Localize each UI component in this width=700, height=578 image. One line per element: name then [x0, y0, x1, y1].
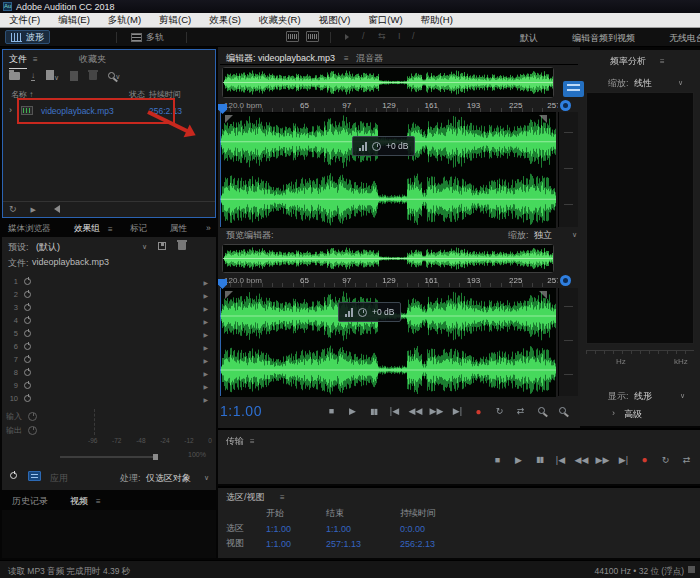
show-waveform-icon[interactable] [286, 31, 299, 42]
import-file-icon[interactable] [31, 72, 35, 81]
move-tool-icon[interactable] [345, 34, 349, 40]
effect-slot[interactable]: 7 [2, 353, 216, 366]
rack-power-icon[interactable] [10, 472, 17, 479]
power-icon[interactable] [24, 317, 31, 324]
menu-item[interactable]: 帮助(H) [412, 14, 462, 27]
effect-slot[interactable]: 8 [2, 366, 216, 379]
expander-icon[interactable] [9, 105, 12, 115]
record-button[interactable]: ● [471, 406, 486, 417]
rack-routing-icon[interactable] [28, 471, 41, 481]
new-file-icon[interactable] [46, 70, 59, 82]
pause-button[interactable]: ▮▮ [366, 407, 381, 416]
knob-icon[interactable] [28, 426, 37, 435]
tab-properties[interactable]: 属性 [170, 223, 187, 235]
effect-slot[interactable]: 10 [2, 392, 216, 405]
main-waveform[interactable] [220, 112, 556, 227]
volume-hud[interactable]: +0 dB [352, 136, 415, 156]
panel-menu-icon[interactable] [33, 54, 38, 64]
skip-to-start-button[interactable]: |◀ [553, 455, 568, 465]
slot-arrow-icon[interactable] [203, 342, 208, 352]
selection-handle-left[interactable] [225, 291, 233, 299]
effect-slot[interactable]: 2 [2, 288, 216, 301]
zoom-out-button[interactable] [555, 406, 570, 416]
menu-item[interactable]: 文件(F) [0, 14, 49, 27]
trash-icon[interactable] [89, 72, 97, 80]
effect-slot[interactable]: 1 [2, 275, 216, 288]
slot-arrow-icon[interactable] [203, 381, 208, 391]
panel-menu-icon[interactable] [96, 496, 101, 506]
effect-slot[interactable]: 4 [2, 314, 216, 327]
skip-selection-button[interactable]: ⇄ [679, 455, 694, 465]
workspace-button[interactable]: 编辑音频到视频 [572, 32, 635, 45]
stop-button[interactable]: ■ [324, 406, 339, 416]
hud-db-value[interactable]: +0 dB [372, 307, 394, 317]
power-icon[interactable] [24, 395, 31, 402]
apply-button[interactable]: 应用 [50, 472, 68, 485]
workspace-button[interactable]: 无线电台 [669, 32, 700, 45]
timeline-ruler[interactable]: 120.0 bpm 6597129161193225257 [220, 99, 558, 112]
menu-item[interactable]: 效果(S) [200, 14, 250, 27]
tab-editor[interactable]: 编辑器: videoplayback.mp3 [226, 52, 335, 68]
slot-arrow-icon[interactable] [203, 290, 208, 300]
tab-markers[interactable]: 标记 [130, 223, 147, 235]
razor-tool-icon[interactable]: / [362, 31, 365, 41]
chevron-down-icon[interactable] [572, 229, 577, 239]
slot-arrow-icon[interactable] [203, 277, 208, 287]
power-icon[interactable] [24, 330, 31, 337]
slot-arrow-icon[interactable] [203, 303, 208, 313]
preset-value[interactable]: (默认) [36, 241, 60, 254]
selection-handle-left[interactable] [225, 115, 233, 123]
menu-item[interactable]: 窗口(W) [359, 14, 411, 27]
tab-effects-rack[interactable]: 效果组 [74, 223, 100, 238]
mix-slider[interactable] [60, 456, 154, 458]
play-button[interactable]: ▶ [345, 406, 360, 416]
overview-waveform[interactable] [222, 67, 554, 98]
insert-multitrack-icon[interactable] [70, 71, 78, 81]
zoom-mode-value[interactable]: 独立 [534, 229, 552, 242]
search-icon[interactable] [108, 71, 120, 81]
panel-menu-icon[interactable] [344, 53, 349, 63]
selection-handle-right[interactable] [539, 291, 547, 299]
tab-files[interactable]: 文件 [9, 53, 27, 69]
skip-selection-button[interactable]: ⇄ [513, 406, 528, 416]
fast-forward-button[interactable]: ▶▶ [595, 455, 610, 465]
more-tabs-icon[interactable]: » [206, 223, 211, 233]
skip-to-start-button[interactable]: |◀ [387, 406, 402, 416]
slot-arrow-icon[interactable] [203, 329, 208, 339]
zoom-in-button[interactable] [534, 406, 549, 416]
show-spectral-icon[interactable] [306, 31, 319, 42]
menu-item[interactable]: 剪辑(C) [150, 14, 200, 27]
chevron-down-icon[interactable] [680, 390, 685, 400]
slot-arrow-icon[interactable] [203, 316, 208, 326]
skip-to-end-button[interactable]: ▶| [450, 406, 465, 416]
panel-menu-icon[interactable] [660, 56, 665, 66]
panel-menu-icon[interactable] [250, 436, 255, 446]
fast-forward-button[interactable]: ▶▶ [429, 406, 444, 416]
menu-item[interactable]: 编辑(E) [49, 14, 99, 27]
waveform-view-button[interactable]: 波形 [5, 30, 50, 44]
chevron-down-icon[interactable] [142, 241, 147, 251]
power-icon[interactable] [24, 369, 31, 376]
stop-button[interactable]: ■ [490, 455, 505, 465]
power-icon[interactable] [24, 304, 31, 311]
tab-media-browser[interactable]: 媒体浏览器 [8, 223, 51, 235]
play-button[interactable]: ▶ [511, 455, 526, 465]
advanced-expander-icon[interactable]: › [612, 408, 615, 418]
effect-slot[interactable]: 3 [2, 301, 216, 314]
skip-to-end-button[interactable]: ▶| [616, 455, 631, 465]
menu-item[interactable]: 多轨(M) [99, 14, 150, 27]
speaker-icon[interactable] [50, 205, 60, 213]
freq-scale-value[interactable]: 线性 [634, 77, 652, 90]
menu-item[interactable]: 视图(V) [310, 14, 360, 27]
ruler-end-badge[interactable] [560, 100, 571, 111]
menu-item[interactable]: 收藏夹(R) [250, 14, 310, 27]
hud-db-value[interactable]: +0 dB [386, 141, 408, 151]
panel-menu-icon[interactable] [108, 224, 113, 234]
effect-slot[interactable]: 9 [2, 379, 216, 392]
loop-button[interactable]: ↻ [658, 455, 673, 465]
loop-playback-icon[interactable] [9, 204, 17, 214]
time-display[interactable]: 1:1.00 [220, 403, 262, 419]
open-file-icon[interactable] [9, 72, 20, 80]
power-icon[interactable] [24, 343, 31, 350]
volume-hud[interactable]: +0 dB [338, 302, 401, 322]
